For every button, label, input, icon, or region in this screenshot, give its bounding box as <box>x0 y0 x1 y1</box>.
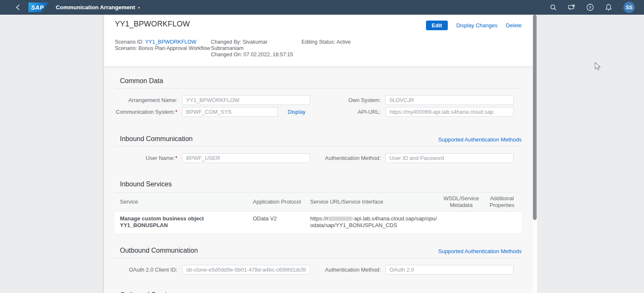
column-application-protocol: Application Protocol <box>249 193 307 212</box>
app-title: Communication Arrangement <box>56 4 135 10</box>
scrollbar-thumb[interactable] <box>533 15 537 220</box>
table-header-row: Service Application Protocol Service URL… <box>115 193 522 212</box>
avatar-initials: SS <box>626 5 632 10</box>
arrangement-name-label: Arrangement Name: <box>115 97 182 103</box>
oauth-client-id-field[interactable] <box>182 265 310 275</box>
wsdl-metadata-cell <box>440 212 483 234</box>
feedback-icon[interactable] <box>568 4 575 11</box>
divider <box>115 146 522 146</box>
user-name-label: User Name: <box>146 155 175 161</box>
inbound-auth-method-label: Authentication Method: <box>318 155 385 161</box>
shell-actions: ? SS <box>550 2 635 13</box>
header-actions: Edit Display Changes Delete <box>426 20 522 30</box>
inbound-auth-method-field[interactable] <box>385 153 514 163</box>
changed-by: Changed By: Sivakumar Subramaniam <box>211 39 301 52</box>
additional-properties-cell <box>482 212 522 234</box>
redacted-host-segment <box>328 217 352 221</box>
inbound-communication-title: Inbound Communication <box>115 135 192 143</box>
section-common-data: Common Data Arrangement Name: Own System… <box>115 77 522 117</box>
outbound-auth-method-label: Authentication Method: <box>318 267 385 273</box>
column-additional-properties: Additional Properties <box>482 193 522 212</box>
service-url-cell: https://r-api.lab.s4hana.cloud.sap/sap/o… <box>307 212 440 234</box>
required-marker: * <box>175 109 177 115</box>
mouse-cursor <box>595 62 601 73</box>
inbound-services-title: Inbound Services <box>115 181 172 188</box>
table-row: Manage custom business object YY1_BONUSP… <box>115 212 522 234</box>
required-marker: * <box>175 155 177 161</box>
column-service-url: Service URL/Service Interface <box>307 193 440 212</box>
scenario-id-label: Scenario ID: <box>115 39 145 45</box>
shell-bar: SAP Communication Arrangement ▾ ? <box>0 0 644 15</box>
section-inbound-services: Inbound Services Service Application Pro… <box>115 181 522 234</box>
back-icon[interactable] <box>13 3 22 12</box>
chevron-down-icon: ▾ <box>138 6 140 10</box>
communication-system-label: Communication System: <box>116 109 175 115</box>
section-outbound-services: Outbound Services <box>115 291 522 293</box>
inbound-supported-auth-link[interactable]: Supported Authentication Methods <box>438 136 522 143</box>
outbound-services-title: Outbound Services <box>115 291 177 293</box>
service-url-prefix: https://r <box>310 215 328 222</box>
common-data-title: Common Data <box>115 77 163 85</box>
changed-on: Changed On: 07.02.2022, 18:57:15 <box>211 52 301 58</box>
sap-logo-text: SAP <box>31 4 44 11</box>
arrangement-name-field[interactable] <box>182 95 310 105</box>
column-service: Service <box>115 193 249 212</box>
column-wsdl-metadata: WSDL/Service Metadata <box>440 193 483 212</box>
page-title: YY1_BPWORKFLOW <box>115 20 190 29</box>
outbound-auth-method-field[interactable] <box>385 265 514 275</box>
protocol-cell: OData V2 <box>249 212 307 234</box>
section-inbound-communication: Inbound Communication Supported Authenti… <box>115 135 522 163</box>
header-info: Scenario ID: YY1_BPWORKFLOW Scenario: Bo… <box>115 39 522 58</box>
svg-text:?: ? <box>589 5 592 10</box>
search-icon[interactable] <box>550 4 557 11</box>
edit-button[interactable]: Edit <box>426 21 448 30</box>
own-system-label: Own System: <box>318 97 385 103</box>
delete-button[interactable]: Delete <box>506 22 522 29</box>
api-url-field[interactable] <box>385 107 514 117</box>
help-icon[interactable]: ? <box>587 4 594 11</box>
editing-status: Editing Status: Active <box>301 39 351 45</box>
service-name-cell: Manage custom business object YY1_BONUSP… <box>115 212 249 234</box>
display-link[interactable]: Display <box>288 109 306 115</box>
communication-system-field[interactable] <box>182 107 278 117</box>
divider <box>115 258 522 258</box>
section-outbound-communication: Outbound Communication Supported Authent… <box>115 247 522 275</box>
user-name-field[interactable] <box>182 153 310 163</box>
scenario-id-link[interactable]: YY1_BPWORKFLOW <box>145 39 196 45</box>
communication-arrangement-page: YY1_BPWORKFLOW Edit Display Changes Dele… <box>104 15 532 293</box>
page-body: Common Data Arrangement Name: Own System… <box>104 77 532 293</box>
oauth-client-id-label: OAuth 2.0 Client ID: <box>115 267 182 273</box>
api-url-label: API-URL: <box>318 109 385 115</box>
scenario-line: Scenario: Bonus Plan Approval Workflow <box>115 45 211 52</box>
own-system-field[interactable] <box>385 95 514 105</box>
divider <box>115 88 522 89</box>
inbound-services-table: Service Application Protocol Service URL… <box>115 192 522 234</box>
bell-icon[interactable] <box>605 4 612 11</box>
avatar[interactable]: SS <box>623 2 635 13</box>
display-changes-button[interactable]: Display Changes <box>456 22 497 29</box>
vertical-scrollbar[interactable] <box>532 15 537 293</box>
sap-logo: SAP <box>29 3 48 12</box>
outbound-communication-title: Outbound Communication <box>115 247 198 254</box>
object-header: YY1_BPWORKFLOW Edit Display Changes Dele… <box>104 15 532 67</box>
app-title-menu[interactable]: Communication Arrangement ▾ <box>56 4 140 10</box>
outbound-supported-auth-link[interactable]: Supported Authentication Methods <box>438 248 522 254</box>
